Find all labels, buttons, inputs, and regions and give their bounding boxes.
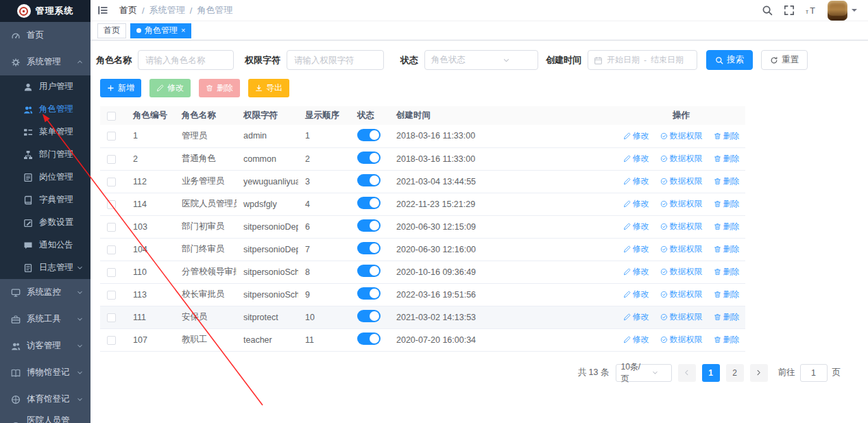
sidebar-item-部门管理[interactable]: 部门管理: [0, 143, 91, 166]
delete-link[interactable]: 删除: [714, 198, 740, 210]
row-checkbox[interactable]: [107, 336, 116, 345]
next-page-button[interactable]: [750, 364, 768, 382]
data-scope-link[interactable]: 数据权限: [660, 130, 703, 142]
edit-link[interactable]: 修改: [623, 243, 649, 255]
data-scope-link[interactable]: 数据权限: [660, 198, 703, 210]
status-toggle[interactable]: [357, 219, 381, 232]
cell-actions: 修改数据权限删除: [617, 328, 745, 351]
sidebar-item-角色管理[interactable]: 角色管理: [0, 98, 91, 121]
delete-link[interactable]: 删除: [714, 221, 740, 232]
data-scope-link[interactable]: 数据权限: [660, 266, 703, 278]
sidebar-item-系统监控[interactable]: 系统监控: [0, 279, 91, 306]
cell-actions: 修改数据权限删除: [617, 306, 745, 328]
status-toggle[interactable]: [357, 197, 381, 209]
font-size-icon[interactable]: тT: [806, 5, 817, 16]
sidebar-item-参数设置[interactable]: 参数设置: [0, 211, 91, 234]
sidebar-item-医院人员管理[interactable]: 医院人员管理: [0, 413, 91, 423]
data-scope-link[interactable]: 数据权限: [660, 153, 703, 165]
delete-link[interactable]: 删除: [714, 311, 740, 323]
row-checkbox[interactable]: [107, 291, 116, 300]
sidebar-item-通知公告[interactable]: 通知公告: [0, 234, 91, 256]
data-scope-link[interactable]: 数据权限: [660, 243, 703, 255]
row-checkbox[interactable]: [107, 223, 116, 232]
sidebar-item-字典管理[interactable]: 字典管理: [0, 189, 91, 211]
row-checkbox[interactable]: [107, 313, 116, 322]
status-select[interactable]: 角色状态: [424, 50, 538, 70]
edit-link[interactable]: 修改: [623, 153, 649, 165]
edit-link[interactable]: 修改: [623, 176, 649, 187]
row-checkbox[interactable]: [107, 178, 116, 186]
avatar[interactable]: [828, 1, 847, 21]
delete-link[interactable]: 删除: [714, 176, 740, 187]
edit-link[interactable]: 修改: [623, 221, 649, 232]
delete-link[interactable]: 删除: [714, 243, 740, 255]
data-scope-link[interactable]: 数据权限: [660, 334, 703, 346]
search-icon[interactable]: [762, 5, 773, 16]
sidebar-item-系统管理[interactable]: 系统管理: [0, 49, 91, 75]
user-menu[interactable]: [828, 1, 857, 21]
status-toggle[interactable]: [357, 174, 381, 186]
goto-page-input[interactable]: [800, 364, 828, 382]
add-button[interactable]: 新增: [100, 79, 141, 97]
delete-link[interactable]: 删除: [714, 334, 740, 346]
cell-role-name: 管理员: [175, 125, 237, 147]
row-checkbox[interactable]: [107, 132, 116, 141]
sidebar-item-博物馆登记[interactable]: 博物馆登记: [0, 359, 91, 386]
sidebar-item-菜单管理[interactable]: 菜单管理: [0, 121, 91, 143]
page-size-value: 10条/页: [621, 361, 644, 385]
status-toggle[interactable]: [357, 265, 381, 277]
page-button-1[interactable]: 1: [702, 364, 720, 382]
op-label: 数据权限: [670, 266, 703, 278]
status-toggle[interactable]: [357, 152, 381, 164]
edit-button[interactable]: 修改: [149, 79, 191, 97]
date-range-picker[interactable]: 开始日期 - 结束日期: [588, 50, 697, 70]
sidebar-item-用户管理[interactable]: 用户管理: [0, 75, 91, 98]
edit-link[interactable]: 修改: [623, 266, 649, 278]
delete-link[interactable]: 删除: [714, 130, 740, 142]
edit-link[interactable]: 修改: [623, 130, 649, 142]
data-scope-link[interactable]: 数据权限: [660, 311, 703, 323]
edit-link[interactable]: 修改: [623, 334, 649, 346]
fullscreen-icon[interactable]: [784, 5, 795, 16]
edit-link[interactable]: 修改: [623, 289, 649, 300]
sidebar-item-体育馆登记[interactable]: 体育馆登记: [0, 386, 91, 413]
tab-角色管理[interactable]: 角色管理×: [130, 23, 191, 38]
export-button[interactable]: 导出: [248, 79, 289, 97]
sidebar-item-访客管理[interactable]: 访客管理: [0, 333, 91, 359]
perm-char-input[interactable]: [287, 50, 384, 70]
close-icon[interactable]: ×: [181, 27, 185, 34]
row-checkbox[interactable]: [107, 268, 116, 277]
sidebar-item-岗位管理[interactable]: 岗位管理: [0, 166, 91, 189]
delete-link[interactable]: 删除: [714, 289, 740, 300]
row-checkbox[interactable]: [107, 245, 116, 254]
delete-button[interactable]: 删除: [199, 79, 240, 97]
edit-link[interactable]: 修改: [623, 198, 649, 210]
data-scope-link[interactable]: 数据权限: [660, 221, 703, 232]
page-size-select[interactable]: 10条/页: [616, 364, 672, 382]
sidebar-item-日志管理[interactable]: 日志管理: [0, 256, 91, 279]
sidebar-fold-icon[interactable]: [97, 5, 108, 16]
row-checkbox[interactable]: [107, 155, 116, 164]
data-scope-link[interactable]: 数据权限: [660, 176, 703, 187]
status-toggle[interactable]: [357, 129, 381, 141]
select-all-checkbox[interactable]: [107, 112, 116, 121]
reset-button[interactable]: 重置: [761, 50, 808, 70]
role-name-input[interactable]: [138, 50, 234, 70]
tab-首页[interactable]: 首页: [97, 23, 126, 38]
page-button-2[interactable]: 2: [726, 364, 744, 382]
status-toggle[interactable]: [357, 310, 381, 322]
pencil-icon: [623, 291, 631, 298]
data-scope-link[interactable]: 数据权限: [660, 289, 703, 300]
sidebar-item-首页[interactable]: 首页: [0, 22, 91, 49]
sidebar-item-系统工具[interactable]: 系统工具: [0, 306, 91, 333]
status-toggle[interactable]: [357, 242, 381, 254]
status-toggle[interactable]: [357, 333, 381, 345]
row-checkbox[interactable]: [107, 200, 116, 209]
prev-page-button[interactable]: [678, 364, 696, 382]
delete-link[interactable]: 删除: [714, 266, 740, 278]
delete-link[interactable]: 删除: [714, 153, 740, 165]
status-toggle[interactable]: [357, 287, 381, 300]
search-button[interactable]: 搜索: [706, 50, 753, 70]
breadcrumb-item[interactable]: 首页: [119, 4, 137, 16]
edit-link[interactable]: 修改: [623, 311, 649, 323]
